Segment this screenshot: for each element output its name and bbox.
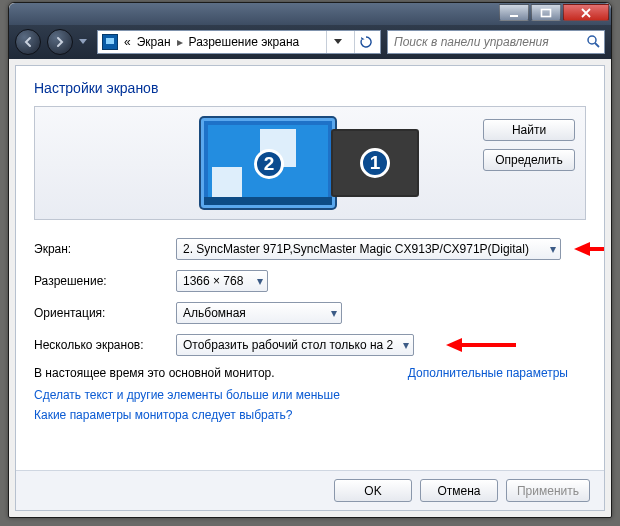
- text-size-link[interactable]: Сделать текст и другие элементы больше и…: [34, 388, 340, 402]
- annotation-arrow: [446, 336, 516, 354]
- display-preview[interactable]: 2 1 Найти Определить: [34, 106, 586, 220]
- annotation-arrow: [574, 240, 605, 258]
- search-box[interactable]: [387, 30, 605, 54]
- orientation-value: Альбомная: [183, 306, 246, 320]
- dialog-footer: OK Отмена Применить: [16, 470, 604, 510]
- svg-rect-1: [542, 9, 551, 16]
- label-multi: Несколько экранов:: [34, 338, 176, 352]
- display-value: 2. SyncMaster 971P,SyncMaster Magic CX91…: [183, 242, 529, 256]
- page-title: Настройки экранов: [34, 80, 586, 96]
- ok-button[interactable]: OK: [334, 479, 412, 502]
- monitor-badge: 1: [360, 148, 390, 178]
- close-button[interactable]: [563, 4, 609, 21]
- chevron-down-icon: ▾: [403, 338, 409, 352]
- breadcrumb-item[interactable]: Разрешение экрана: [189, 35, 300, 49]
- breadcrumb-item[interactable]: Экран: [137, 35, 171, 49]
- label-display: Экран:: [34, 242, 176, 256]
- content-panel: Настройки экранов 2 1 Найти Определить: [15, 65, 605, 511]
- forward-button[interactable]: [47, 29, 73, 55]
- cancel-button[interactable]: Отмена: [420, 479, 498, 502]
- advanced-settings-link[interactable]: Дополнительные параметры: [408, 366, 568, 380]
- search-icon[interactable]: [586, 34, 600, 51]
- svg-point-3: [588, 36, 596, 44]
- maximize-button[interactable]: [531, 4, 561, 21]
- address-bar[interactable]: « Экран ▸ Разрешение экрана: [97, 30, 381, 54]
- minimize-button[interactable]: [499, 4, 529, 21]
- resolution-select[interactable]: 1366 × 768 ▾: [176, 270, 268, 292]
- multi-value: Отобразить рабочий стол только на 2: [183, 338, 393, 352]
- chevron-down-icon: ▾: [331, 306, 337, 320]
- back-button[interactable]: [15, 29, 41, 55]
- control-panel-icon: [102, 34, 118, 50]
- orientation-select[interactable]: Альбомная ▾: [176, 302, 342, 324]
- resolution-value: 1366 × 768: [183, 274, 243, 288]
- breadcrumb-sep-icon: ▸: [177, 35, 183, 49]
- identify-button[interactable]: Определить: [483, 149, 575, 171]
- multi-display-select[interactable]: Отобразить рабочий стол только на 2 ▾: [176, 334, 414, 356]
- display-select[interactable]: 2. SyncMaster 971P,SyncMaster Magic CX91…: [176, 238, 561, 260]
- navbar: « Экран ▸ Разрешение экрана: [9, 25, 611, 59]
- svg-line-4: [595, 43, 599, 47]
- detect-button[interactable]: Найти: [483, 119, 575, 141]
- search-input[interactable]: [392, 34, 586, 50]
- monitor-badge: 2: [254, 149, 284, 179]
- svg-rect-2: [106, 38, 114, 44]
- label-orientation: Ориентация:: [34, 306, 176, 320]
- svg-rect-0: [510, 15, 518, 17]
- monitor-2[interactable]: 2: [201, 118, 335, 208]
- monitor-1[interactable]: 1: [331, 129, 419, 197]
- history-dropdown[interactable]: [79, 39, 91, 45]
- chevron-down-icon: ▾: [257, 274, 263, 288]
- refresh-button[interactable]: [354, 31, 376, 53]
- label-resolution: Разрешение:: [34, 274, 176, 288]
- breadcrumb-chevrons: «: [124, 35, 131, 49]
- window: « Экран ▸ Разрешение экрана Настройки эк…: [8, 2, 612, 518]
- address-dropdown[interactable]: [326, 31, 348, 53]
- which-settings-link[interactable]: Какие параметры монитора следует выбрать…: [34, 408, 293, 422]
- chevron-down-icon: ▾: [550, 242, 556, 256]
- titlebar: [9, 3, 611, 25]
- apply-button[interactable]: Применить: [506, 479, 590, 502]
